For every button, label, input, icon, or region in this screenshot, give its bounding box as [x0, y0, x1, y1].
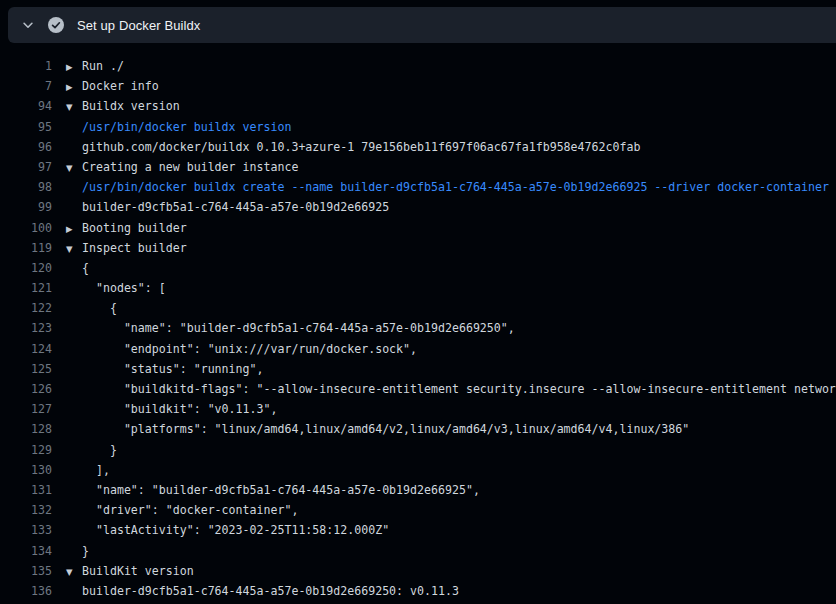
log-text: "status": "running", — [82, 359, 263, 379]
log-line: 136builder-d9cfb5a1-c764-445a-a57e-0b19d… — [0, 581, 836, 601]
group-collapsed-icon[interactable]: ▶ — [66, 57, 82, 77]
log-group-row[interactable]: 135▼BuildKit version — [0, 561, 836, 581]
command-text: /usr/bin/docker buildx version — [82, 117, 291, 137]
step-header[interactable]: Set up Docker Buildx — [8, 7, 836, 43]
log-text: "buildkit": "v0.11.3", — [82, 399, 277, 419]
line-number[interactable]: 128 — [0, 419, 52, 439]
check-circle-icon — [48, 17, 64, 33]
log-text: { — [82, 258, 89, 278]
log-text: BuildKit version — [82, 561, 194, 581]
line-number[interactable]: 132 — [0, 500, 52, 520]
line-number[interactable]: 126 — [0, 379, 52, 399]
log-line: 130 ], — [0, 460, 836, 480]
line-number[interactable]: 125 — [0, 359, 52, 379]
log-text: "driver": "docker-container", — [82, 500, 298, 520]
log-text: github.com/docker/buildx 0.10.3+azure-1 … — [82, 137, 640, 157]
log-text: } — [82, 440, 117, 460]
line-number[interactable]: 7 — [0, 76, 52, 96]
log-text: Docker info — [82, 76, 159, 96]
log-text: "platforms": "linux/amd64,linux/amd64/v2… — [82, 419, 689, 439]
group-collapsed-icon[interactable]: ▶ — [66, 77, 82, 97]
log-text: builder-d9cfb5a1-c764-445a-a57e-0b19d2e6… — [82, 581, 459, 601]
log-line: 125 "status": "running", — [0, 359, 836, 379]
line-number[interactable]: 119 — [0, 238, 52, 258]
log-group-row[interactable]: 119▼Inspect builder — [0, 238, 836, 258]
group-expanded-icon[interactable]: ▼ — [66, 562, 82, 582]
line-number[interactable]: 100 — [0, 218, 52, 238]
log-line: 99builder-d9cfb5a1-c764-445a-a57e-0b19d2… — [0, 197, 836, 217]
line-number[interactable]: 95 — [0, 117, 52, 137]
log-line: 95/usr/bin/docker buildx version — [0, 117, 836, 137]
log-text: "name": "builder-d9cfb5a1-c764-445a-a57e… — [82, 480, 480, 500]
line-number[interactable]: 135 — [0, 561, 52, 581]
log-line: 122 { — [0, 298, 836, 318]
log-line: 120{ — [0, 258, 836, 278]
step-title: Set up Docker Buildx — [77, 18, 200, 33]
log-group-row[interactable]: 97▼Creating a new builder instance — [0, 157, 836, 177]
group-collapsed-icon[interactable]: ▶ — [66, 219, 82, 239]
chevron-down-icon[interactable] — [21, 18, 35, 32]
log-text: "lastActivity": "2023-02-25T11:58:12.000… — [82, 520, 389, 540]
log-group-row[interactable]: 94▼Buildx version — [0, 96, 836, 116]
log-line: 133 "lastActivity": "2023-02-25T11:58:12… — [0, 520, 836, 540]
log-lines: 1▶Run ./7▶Docker info94▼Buildx version95… — [0, 43, 836, 604]
log-text: Inspect builder — [82, 238, 187, 258]
line-number[interactable]: 124 — [0, 339, 52, 359]
line-number[interactable]: 130 — [0, 460, 52, 480]
log-text: "name": "builder-d9cfb5a1-c764-445a-a57e… — [82, 318, 515, 338]
log-text: "buildkitd-flags": "--allow-insecure-ent… — [82, 379, 836, 399]
line-number[interactable]: 122 — [0, 298, 52, 318]
log-line: 96github.com/docker/buildx 0.10.3+azure-… — [0, 137, 836, 157]
line-number[interactable]: 134 — [0, 541, 52, 561]
line-number[interactable]: 94 — [0, 96, 52, 116]
log-line: 98/usr/bin/docker buildx create --name b… — [0, 177, 836, 197]
log-line: 128 "platforms": "linux/amd64,linux/amd6… — [0, 419, 836, 439]
log-line: 124 "endpoint": "unix:///var/run/docker.… — [0, 339, 836, 359]
command-text: /usr/bin/docker buildx create --name bui… — [82, 177, 829, 197]
log-text: } — [82, 541, 89, 561]
line-number[interactable]: 120 — [0, 258, 52, 278]
log-text: { — [82, 298, 117, 318]
line-number[interactable]: 131 — [0, 480, 52, 500]
line-number[interactable]: 129 — [0, 440, 52, 460]
group-expanded-icon[interactable]: ▼ — [66, 97, 82, 117]
log-line: 121 "nodes": [ — [0, 278, 836, 298]
line-number[interactable]: 121 — [0, 278, 52, 298]
log-line: 129 } — [0, 440, 836, 460]
log-line: 126 "buildkitd-flags": "--allow-insecure… — [0, 379, 836, 399]
log-text: "endpoint": "unix:///var/run/docker.sock… — [82, 339, 417, 359]
log-line: 131 "name": "builder-d9cfb5a1-c764-445a-… — [0, 480, 836, 500]
log-text: Buildx version — [82, 96, 180, 116]
line-number[interactable]: 97 — [0, 157, 52, 177]
log-text: Run ./ — [82, 56, 124, 76]
log-line: 132 "driver": "docker-container", — [0, 500, 836, 520]
log-line: 134} — [0, 541, 836, 561]
log-text: ], — [82, 460, 110, 480]
log-line: 127 "buildkit": "v0.11.3", — [0, 399, 836, 419]
log-text: builder-d9cfb5a1-c764-445a-a57e-0b19d2e6… — [82, 197, 389, 217]
log-line: 123 "name": "builder-d9cfb5a1-c764-445a-… — [0, 318, 836, 338]
line-number[interactable]: 127 — [0, 399, 52, 419]
log-text: "nodes": [ — [82, 278, 166, 298]
line-number[interactable]: 1 — [0, 56, 52, 76]
log-group-row[interactable]: 1▶Run ./ — [0, 56, 836, 76]
line-number[interactable]: 99 — [0, 197, 52, 217]
group-expanded-icon[interactable]: ▼ — [66, 239, 82, 259]
line-number[interactable]: 136 — [0, 581, 52, 601]
line-number[interactable]: 133 — [0, 520, 52, 540]
log-group-row[interactable]: 100▶Booting builder — [0, 218, 836, 238]
log-text: Creating a new builder instance — [82, 157, 298, 177]
group-expanded-icon[interactable]: ▼ — [66, 158, 82, 178]
log-text: Booting builder — [82, 218, 187, 238]
line-number[interactable]: 98 — [0, 177, 52, 197]
line-number[interactable]: 96 — [0, 137, 52, 157]
line-number[interactable]: 123 — [0, 318, 52, 338]
log-group-row[interactable]: 7▶Docker info — [0, 76, 836, 96]
